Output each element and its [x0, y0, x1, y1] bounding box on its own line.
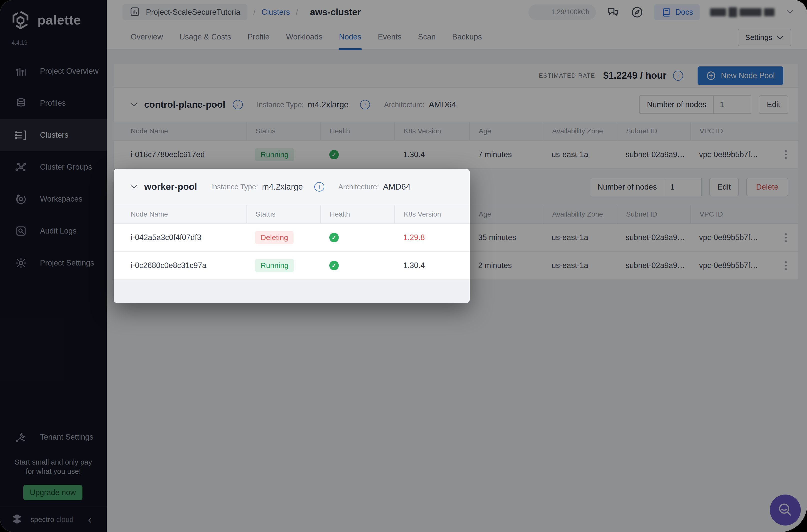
pool-name: worker-pool — [144, 182, 197, 192]
k8s-version: 1.30.4 — [394, 261, 469, 270]
health-ok-icon: ✓ — [329, 261, 339, 270]
col-status: Status — [246, 205, 320, 223]
status-cell: Running — [246, 259, 320, 272]
table-header-row: Node Name Status Health K8s Version — [114, 205, 470, 224]
architecture-value: AMD64 — [383, 182, 411, 192]
architecture-label: Architecture: — [338, 183, 379, 191]
health-ok-icon: ✓ — [329, 233, 339, 242]
instance-type-label: Instance Type: — [211, 183, 258, 191]
node-name: i-042a5a3c0f4f07df3 — [114, 233, 246, 242]
table-row: i-042a5a3c0f4f07df3 Deleting ✓ 1.29.8 — [114, 224, 470, 252]
table-row: i-0c2680c0e8c31c97a Running ✓ 1.30.4 — [114, 252, 470, 280]
collapse-chevron-icon[interactable] — [130, 184, 138, 189]
col-node-name: Node Name — [114, 205, 246, 223]
instance-info-icon[interactable]: i — [314, 182, 324, 192]
spotlight-footer — [114, 280, 470, 303]
instance-type-value: m4.2xlarge — [262, 182, 303, 192]
health-cell: ✓ — [320, 261, 394, 270]
app-window: palette 4.4.19 Project Overview Profiles — [0, 0, 807, 532]
k8s-version: 1.29.8 — [394, 233, 469, 242]
node-name: i-0c2680c0e8c31c97a — [114, 261, 246, 270]
status-badge: Deleting — [255, 231, 294, 244]
worker-pool-spotlight: worker-pool Instance Type: m4.2xlarge i … — [114, 169, 470, 303]
status-badge: Running — [255, 259, 294, 272]
status-cell: Deleting — [246, 231, 320, 244]
worker-pool-header: worker-pool Instance Type: m4.2xlarge i … — [114, 169, 470, 205]
col-k8s-version: K8s Version — [394, 205, 469, 223]
health-cell: ✓ — [320, 233, 394, 242]
col-health: Health — [320, 205, 394, 223]
